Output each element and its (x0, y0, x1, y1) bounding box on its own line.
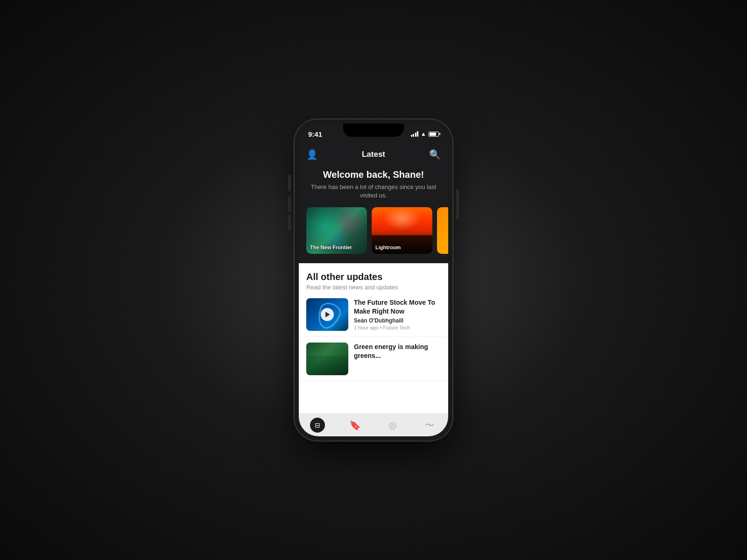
nav-title: Latest (362, 150, 385, 159)
dark-section: 👤 Latest 🔍 Welcome back, Shane! There ha… (299, 144, 448, 263)
green-thumbnail (306, 343, 348, 375)
section-subtitle: Read the latest news and updates (306, 284, 441, 291)
profile-icon[interactable]: 👤 (306, 149, 318, 160)
app-content: 👤 Latest 🔍 Welcome back, Shane! There ha… (299, 144, 448, 436)
phone-frame: 9:41 ▲ 👤 Latest (294, 119, 453, 441)
news-content-1: The Future Stock Move To Make Right Now … (354, 298, 441, 331)
status-time: 9:41 (308, 130, 322, 138)
section-header: All other updates Read the latest news a… (299, 263, 448, 293)
phone-screen: 9:41 ▲ 👤 Latest (299, 124, 448, 436)
white-section: All other updates Read the latest news a… (299, 263, 448, 413)
news-content-2: Green energy is making greens... (354, 343, 441, 375)
news-item-2[interactable]: Green energy is making greens... (299, 337, 448, 381)
tab-trending[interactable]: 〜 (411, 414, 448, 436)
news-title-2: Green energy is making greens... (354, 343, 441, 359)
card-2-label: Lightroom (375, 245, 401, 250)
nav-bar: 👤 Latest 🔍 (299, 144, 448, 165)
concert-lights (372, 231, 432, 254)
welcome-subtitle: There has been a lot of changes since yo… (306, 183, 441, 200)
tab-discover-icon: ◎ (388, 420, 396, 431)
news-author-1: Seán O'Dubhghaill (354, 317, 441, 324)
news-meta-1: 1 hour ago • Future Tech (354, 325, 441, 330)
featured-card-1[interactable]: The New Frontier (306, 207, 367, 254)
welcome-title: Welcome back, Shane! (306, 169, 441, 180)
search-icon[interactable]: 🔍 (429, 149, 441, 160)
battery-icon (429, 132, 439, 137)
notch (343, 124, 404, 137)
news-thumb-2 (306, 343, 348, 375)
tab-home-icon: ⊟ (310, 418, 325, 433)
play-button[interactable] (321, 308, 334, 321)
tab-home[interactable]: ⊟ (299, 414, 336, 436)
wifi-icon: ▲ (421, 131, 426, 137)
card-3-background (437, 207, 448, 254)
status-bar: 9:41 ▲ (299, 124, 448, 144)
featured-cards-scroll[interactable]: The New Frontier Lightroom (299, 207, 448, 254)
status-icons: ▲ (411, 131, 439, 137)
welcome-area: Welcome back, Shane! There has been a lo… (299, 165, 448, 207)
featured-card-3[interactable] (437, 207, 448, 254)
section-title: All other updates (306, 272, 441, 282)
news-item-1[interactable]: The Future Stock Move To Make Right Now … (299, 293, 448, 337)
tab-bookmark-icon: 🔖 (349, 420, 361, 431)
signal-icon (411, 131, 419, 137)
tab-bar: ⊟ 🔖 ◎ 〜 (299, 413, 448, 436)
featured-card-2[interactable]: Lightroom (372, 207, 432, 254)
news-thumb-1 (306, 298, 348, 331)
tab-trending-icon: 〜 (425, 419, 434, 432)
card-1-label: The New Frontier (310, 245, 352, 250)
tab-bookmark[interactable]: 🔖 (336, 414, 374, 436)
tab-discover[interactable]: ◎ (374, 414, 411, 436)
news-title-1: The Future Stock Move To Make Right Now (354, 298, 441, 315)
